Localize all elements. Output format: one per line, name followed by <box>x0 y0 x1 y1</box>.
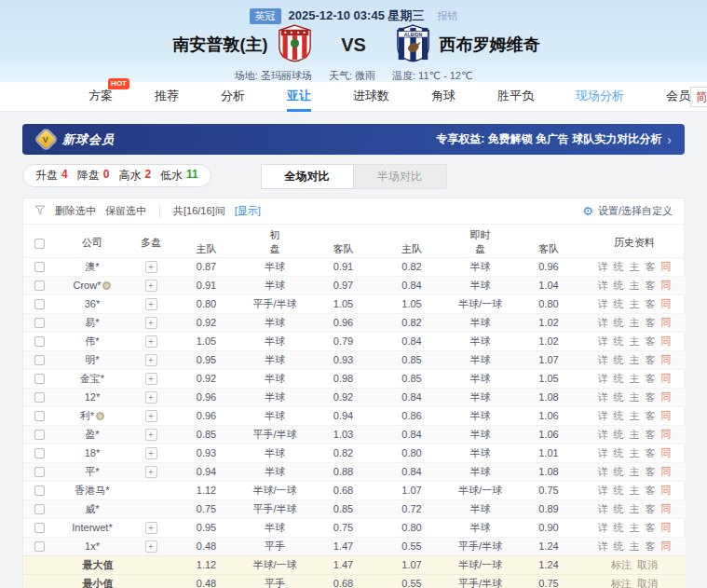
history-link-4[interactable]: 同 <box>661 335 672 347</box>
history-link-4[interactable]: 同 <box>661 447 672 458</box>
expand-multi-odds-button[interactable]: + <box>145 261 157 273</box>
history-link-3[interactable]: 客 <box>646 447 656 458</box>
expand-multi-odds-button[interactable]: + <box>145 280 157 292</box>
history-link-3[interactable]: 客 <box>646 391 656 403</box>
company-name[interactable]: 伟* <box>55 332 129 350</box>
expand-multi-odds-button[interactable]: + <box>145 540 157 553</box>
vip-banner[interactable]: V 新球会员 专享权益: 免费解锁 免广告 球队实力对比分析 › <box>22 124 685 155</box>
company-name[interactable]: 盈* <box>55 425 129 444</box>
history-link-4[interactable]: 同 <box>661 298 672 309</box>
history-link-0[interactable]: 详 <box>598 485 608 496</box>
history-link-1[interactable]: 统 <box>614 540 624 552</box>
history-link-2[interactable]: 主 <box>630 466 640 477</box>
history-link-4[interactable]: 同 <box>661 503 672 514</box>
history-link-4[interactable]: 同 <box>661 373 672 384</box>
lang-simplified-button[interactable]: 简 <box>690 87 707 107</box>
expand-multi-odds-button[interactable]: + <box>145 466 157 478</box>
company-name[interactable]: 威* <box>55 499 129 518</box>
league-badge[interactable]: 英冠 <box>250 8 281 24</box>
history-link-1[interactable]: 统 <box>614 503 624 514</box>
nav-tab-3[interactable]: 亚让 <box>287 82 311 112</box>
expand-multi-odds-button[interactable]: + <box>145 317 157 329</box>
history-link-3[interactable]: 客 <box>646 335 656 347</box>
expand-multi-odds-button[interactable]: + <box>145 447 157 459</box>
company-name[interactable]: 金宝* <box>55 369 129 388</box>
history-link-1[interactable]: 统 <box>614 261 624 272</box>
history-link-2[interactable]: 主 <box>630 447 640 458</box>
row-checkbox[interactable] <box>34 541 45 552</box>
row-checkbox[interactable] <box>34 411 45 421</box>
history-link-0[interactable]: 详 <box>598 373 608 384</box>
history-link-3[interactable]: 客 <box>646 298 656 309</box>
history-link-4[interactable]: 同 <box>661 391 672 403</box>
company-name[interactable]: 1x* <box>55 537 129 555</box>
nav-tab-4[interactable]: 进球数 <box>353 82 389 112</box>
history-link-2[interactable]: 主 <box>630 522 640 533</box>
row-checkbox[interactable] <box>34 485 45 496</box>
history-link-4[interactable]: 同 <box>661 354 672 365</box>
company-name[interactable]: Crow* <box>55 276 129 294</box>
row-checkbox[interactable] <box>34 504 45 514</box>
nav-tab-5[interactable]: 角球 <box>431 82 455 112</box>
history-link-2[interactable]: 主 <box>630 373 640 384</box>
row-checkbox[interactable] <box>34 355 45 365</box>
delete-selected-button[interactable]: 删除选中 <box>55 204 96 218</box>
history-link-1[interactable]: 统 <box>614 335 624 347</box>
expand-multi-odds-button[interactable]: + <box>145 298 157 310</box>
history-link-0[interactable]: 详 <box>598 466 608 477</box>
nav-tab-2[interactable]: 分析 <box>221 82 245 112</box>
history-link-0[interactable]: 详 <box>598 540 608 552</box>
history-link-1[interactable]: 统 <box>614 447 624 458</box>
nav-tab-1[interactable]: 推荐 <box>155 82 179 112</box>
history-link-1[interactable]: 统 <box>614 298 624 309</box>
history-link-4[interactable]: 同 <box>661 317 672 328</box>
history-link-1[interactable]: 统 <box>614 410 624 421</box>
settings-control[interactable]: ⚙ 设置/选择自定义 <box>582 204 673 218</box>
show-all-link[interactable]: [显示] <box>235 204 261 218</box>
history-link-0[interactable]: 详 <box>598 298 608 309</box>
history-link-3[interactable]: 客 <box>646 317 656 328</box>
history-link-1[interactable]: 统 <box>614 280 624 291</box>
history-link-0[interactable]: 详 <box>598 335 608 347</box>
history-link-0[interactable]: 详 <box>598 261 608 272</box>
company-name[interactable]: Interwet* <box>55 518 129 537</box>
history-link-4[interactable]: 同 <box>661 485 672 496</box>
history-link-2[interactable]: 主 <box>630 261 640 272</box>
history-link-4[interactable]: 同 <box>661 261 672 272</box>
history-link-3[interactable]: 客 <box>646 354 656 365</box>
row-checkbox[interactable] <box>34 374 45 384</box>
expand-multi-odds-button[interactable]: + <box>145 522 157 534</box>
company-name[interactable]: 平* <box>55 462 129 481</box>
history-link-0[interactable]: 详 <box>598 522 608 533</box>
history-link-0[interactable]: 详 <box>598 429 608 440</box>
select-all-checkbox[interactable] <box>34 239 45 249</box>
company-name[interactable]: 18* <box>55 444 129 462</box>
chevron-right-icon[interactable]: › <box>667 132 672 147</box>
company-name[interactable]: 明* <box>55 350 129 369</box>
nav-tab-7[interactable]: 现场分析 <box>576 82 624 112</box>
history-link-3[interactable]: 客 <box>646 373 656 384</box>
history-link-2[interactable]: 主 <box>630 410 640 421</box>
history-link-3[interactable]: 客 <box>646 280 656 291</box>
history-link-2[interactable]: 主 <box>630 485 640 496</box>
history-link-3[interactable]: 客 <box>646 503 656 514</box>
history-link-3[interactable]: 客 <box>646 410 656 421</box>
history-link-4[interactable]: 同 <box>661 429 672 440</box>
company-name[interactable]: 易* <box>55 313 129 332</box>
history-link-3[interactable]: 客 <box>646 540 656 552</box>
history-link-3[interactable]: 客 <box>646 522 656 533</box>
history-link-4[interactable]: 同 <box>661 522 672 533</box>
summary-action-0[interactable]: 标注 <box>611 559 632 570</box>
row-checkbox[interactable] <box>34 280 45 291</box>
nav-tab-8[interactable]: 会员 <box>666 82 690 112</box>
history-link-4[interactable]: 同 <box>661 410 672 421</box>
nav-tab-0[interactable]: 方案HOT <box>88 82 113 112</box>
history-link-1[interactable]: 统 <box>614 522 624 533</box>
history-link-1[interactable]: 统 <box>614 466 624 477</box>
expand-multi-odds-button[interactable]: + <box>145 391 157 403</box>
history-link-2[interactable]: 主 <box>630 298 640 309</box>
history-link-2[interactable]: 主 <box>630 354 640 365</box>
row-checkbox[interactable] <box>34 392 45 403</box>
history-link-0[interactable]: 详 <box>598 280 608 291</box>
history-link-4[interactable]: 同 <box>661 466 672 477</box>
